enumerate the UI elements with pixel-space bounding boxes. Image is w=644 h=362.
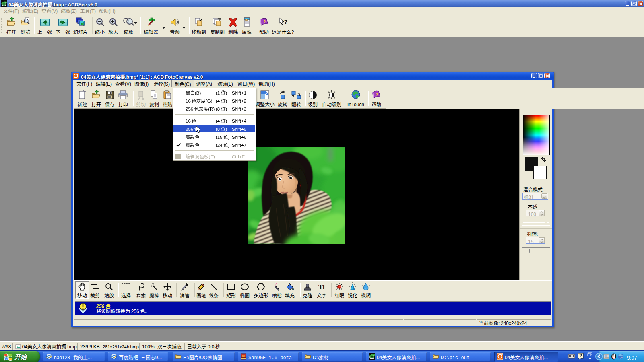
svg-text:?: ? (579, 353, 582, 358)
svg-text:I: I (322, 283, 325, 291)
svg-text:?: ? (263, 18, 266, 25)
svg-text:M: M (242, 354, 245, 358)
svg-text:?: ? (284, 17, 287, 25)
svg-text:?: ? (376, 91, 378, 97)
